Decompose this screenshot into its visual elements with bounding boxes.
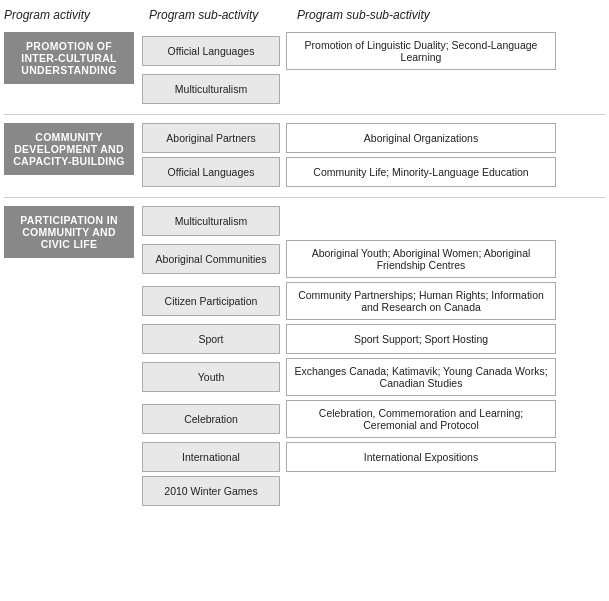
sub-activity-box: 2010 Winter Games bbox=[142, 476, 280, 506]
row-pair: SportSport Support; Sport Hosting bbox=[142, 324, 556, 354]
sub-sub-activity-box: Community Life; Minority-Language Educat… bbox=[286, 157, 556, 187]
activity-box: COMMUNITY DEVELOPMENT AND CAPACITY-BUILD… bbox=[4, 123, 134, 175]
section-1: COMMUNITY DEVELOPMENT AND CAPACITY-BUILD… bbox=[4, 123, 605, 187]
sub-activity-box: Official Languages bbox=[142, 157, 280, 187]
header-col2: Program sub-activity bbox=[149, 8, 297, 22]
sub-sub-activity-box: Exchanges Canada; Katimavik; Young Canad… bbox=[286, 358, 556, 396]
row-pair: InternationalInternational Expositions bbox=[142, 442, 556, 472]
header-col3: Program sub-sub-activity bbox=[297, 8, 605, 22]
row-pair: Official LanguagesPromotion of Linguisti… bbox=[142, 32, 556, 70]
header-col1: Program activity bbox=[4, 8, 149, 22]
sub-activity-box: Multiculturalism bbox=[142, 74, 280, 104]
row-pair: 2010 Winter Games bbox=[142, 476, 556, 506]
sub-activity-box: Aboriginal Partners bbox=[142, 123, 280, 153]
main-container: Program activity Program sub-activity Pr… bbox=[0, 0, 609, 524]
sub-activity-box: Celebration bbox=[142, 404, 280, 434]
row-pair: CelebrationCelebration, Commemoration an… bbox=[142, 400, 556, 438]
row-pair: Citizen ParticipationCommunity Partnersh… bbox=[142, 282, 556, 320]
section-divider bbox=[4, 114, 605, 115]
sub-activity-box: Aboriginal Communities bbox=[142, 244, 280, 274]
row-pair: Aboriginal PartnersAboriginal Organizati… bbox=[142, 123, 556, 153]
sub-sub-activity-box: Sport Support; Sport Hosting bbox=[286, 324, 556, 354]
header-row: Program activity Program sub-activity Pr… bbox=[4, 8, 605, 26]
sub-sub-activity-box: International Expositions bbox=[286, 442, 556, 472]
sub-activity-box: Citizen Participation bbox=[142, 286, 280, 316]
sub-activity-box: Official Languages bbox=[142, 36, 280, 66]
sub-sub-activity-box: Promotion of Linguistic Duality; Second-… bbox=[286, 32, 556, 70]
sub-sub-activity-box: Aboriginal Organizations bbox=[286, 123, 556, 153]
row-pair: Official LanguagesCommunity Life; Minori… bbox=[142, 157, 556, 187]
row-pair: YouthExchanges Canada; Katimavik; Young … bbox=[142, 358, 556, 396]
sub-activity-box: International bbox=[142, 442, 280, 472]
activity-box: PROMOTION OF INTER-CULTURAL UNDERSTANDIN… bbox=[4, 32, 134, 84]
section-0: PROMOTION OF INTER-CULTURAL UNDERSTANDIN… bbox=[4, 32, 605, 104]
rows-col: Official LanguagesPromotion of Linguisti… bbox=[142, 32, 556, 104]
sub-sub-activity-box: Aboriginal Youth; Aboriginal Women; Abor… bbox=[286, 240, 556, 278]
sub-sub-activity-box: Celebration, Commemoration and Learning;… bbox=[286, 400, 556, 438]
section-divider bbox=[4, 197, 605, 198]
row-pair: Multiculturalism bbox=[142, 206, 556, 236]
activity-box: PARTICIPATION IN COMMUNITY AND CIVIC LIF… bbox=[4, 206, 134, 258]
section-2: PARTICIPATION IN COMMUNITY AND CIVIC LIF… bbox=[4, 206, 605, 506]
rows-col: Aboriginal PartnersAboriginal Organizati… bbox=[142, 123, 556, 187]
sub-activity-box: Youth bbox=[142, 362, 280, 392]
sub-sub-activity-box: Community Partnerships; Human Rights; In… bbox=[286, 282, 556, 320]
sub-activity-box: Sport bbox=[142, 324, 280, 354]
rows-col: MulticulturalismAboriginal CommunitiesAb… bbox=[142, 206, 556, 506]
row-pair: Multiculturalism bbox=[142, 74, 556, 104]
sub-activity-box: Multiculturalism bbox=[142, 206, 280, 236]
row-pair: Aboriginal CommunitiesAboriginal Youth; … bbox=[142, 240, 556, 278]
sections-container: PROMOTION OF INTER-CULTURAL UNDERSTANDIN… bbox=[4, 32, 605, 506]
